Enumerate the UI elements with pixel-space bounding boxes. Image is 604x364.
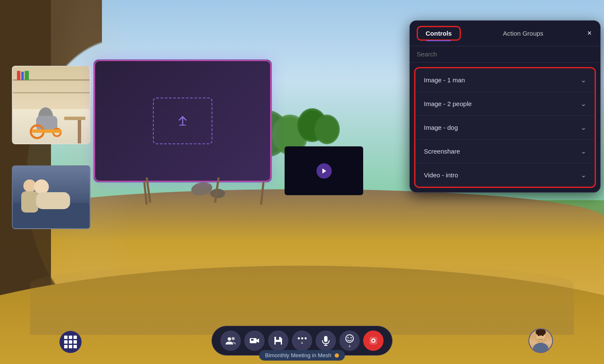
- list-item-image-dog[interactable]: Image - dog ⌄: [415, 116, 595, 140]
- dot: [69, 340, 72, 344]
- dot: [69, 336, 72, 339]
- mic-icon: [322, 336, 330, 346]
- list-item-image-1-man[interactable]: Image - 1 man ⌄: [415, 68, 595, 92]
- list-item-label-video-intro: Video - intro: [424, 171, 458, 179]
- dot: [73, 345, 77, 348]
- wheelchair-seat: [32, 129, 62, 133]
- photo-thumbnail-2: [12, 165, 90, 229]
- shelf-line-2: [13, 92, 90, 93]
- person-on-couch-2: [34, 179, 72, 218]
- photo1-interior: [13, 67, 90, 143]
- book-3: [25, 71, 29, 80]
- svg-point-13: [350, 337, 352, 338]
- apps-button[interactable]: [59, 331, 82, 353]
- dot: [64, 336, 68, 339]
- dot: [64, 345, 68, 348]
- avatar-face: [529, 329, 552, 352]
- list-item-screenshare[interactable]: Screenshare ⌄: [415, 140, 595, 163]
- dot: [64, 340, 68, 344]
- emoji-button[interactable]: ▲: [339, 330, 360, 351]
- svg-point-1: [228, 337, 231, 341]
- meeting-label-text: Bimonthly Meeting in Mesh: [265, 352, 331, 358]
- toolbar-item-camera: [244, 330, 265, 351]
- close-button[interactable]: ×: [585, 27, 593, 39]
- meeting-label: Bimonthly Meeting in Mesh: [259, 350, 345, 361]
- mic-button[interactable]: [316, 330, 336, 351]
- save-icon: [274, 336, 283, 345]
- svg-point-16: [373, 340, 375, 342]
- toolbar-item-mic: [316, 330, 336, 351]
- svg-rect-4: [251, 339, 254, 341]
- people-icon: [225, 336, 236, 345]
- upload-arrow-icon: [175, 113, 190, 129]
- svg-point-12: [347, 337, 349, 338]
- avatar-button[interactable]: [528, 328, 553, 353]
- dot: [73, 340, 77, 344]
- more-button[interactable]: ▲: [292, 330, 312, 351]
- people-button[interactable]: [220, 330, 241, 351]
- tab-controls[interactable]: Controls: [417, 26, 461, 41]
- tab-action-groups[interactable]: Action Groups: [464, 30, 582, 37]
- play-icon: [322, 168, 327, 174]
- grid-icon: [64, 336, 77, 348]
- svg-point-2: [232, 337, 235, 340]
- table-leg: [78, 118, 81, 143]
- svg-rect-24: [538, 343, 544, 353]
- share-button[interactable]: [363, 330, 384, 351]
- path-curve: [30, 262, 574, 335]
- photo2-bg: [13, 166, 90, 228]
- camera-icon: [249, 337, 260, 344]
- list-container: Image - 1 man ⌄ Image - 2 people ⌄ Image…: [414, 67, 596, 188]
- more-dots-icon: [298, 337, 307, 339]
- play-button[interactable]: [316, 163, 332, 179]
- list-item-label-image-dog: Image - dog: [424, 124, 458, 131]
- presentation-board: [93, 59, 272, 182]
- svg-point-22: [536, 329, 546, 336]
- emoji-chevron-up: ▲: [348, 344, 352, 348]
- svg-rect-7: [279, 337, 280, 339]
- svg-point-11: [346, 335, 353, 342]
- upload-placeholder: [153, 98, 212, 144]
- toolbar-item-emoji: ▲: [339, 330, 360, 351]
- photo-thumbnail-1: [12, 66, 90, 144]
- toolbar-item-save: [268, 330, 288, 351]
- book-2: [21, 72, 24, 80]
- toolbar-item-more: ▲: [292, 330, 312, 351]
- svg-rect-0: [179, 125, 186, 126]
- dot-1: [298, 337, 300, 339]
- dot: [73, 336, 77, 339]
- chevron-icon-image-1-man: ⌄: [581, 76, 586, 84]
- book-1: [17, 71, 20, 80]
- wheelchair: [30, 124, 64, 139]
- list-item-label-screenshare: Screenshare: [424, 148, 460, 155]
- chevron-icon-screenshare: ⌄: [581, 147, 586, 155]
- dot-2: [301, 337, 303, 339]
- controls-panel: Controls Action Groups × Image - 1 man ⌄…: [409, 20, 601, 193]
- list-item-label-image-2-people: Image - 2 people: [424, 100, 472, 107]
- list-item-video-intro[interactable]: Video - intro ⌄: [415, 163, 595, 187]
- svg-rect-8: [324, 336, 327, 342]
- more-chevron-up: ▲: [300, 341, 304, 344]
- share-icon: [369, 336, 378, 345]
- list-item-label-image-1-man: Image - 1 man: [424, 76, 465, 84]
- meeting-status-dot: [335, 353, 339, 358]
- dot-3: [305, 337, 307, 339]
- svg-rect-5: [276, 342, 281, 344]
- tree-7: [314, 115, 340, 144]
- chevron-icon-image-2-people: ⌄: [581, 100, 586, 108]
- search-input[interactable]: [417, 50, 593, 58]
- table-top: [64, 117, 85, 120]
- chevron-icon-video-intro: ⌄: [581, 171, 586, 179]
- dot: [69, 345, 72, 348]
- chevron-icon-image-dog: ⌄: [581, 123, 586, 132]
- search-bar: [410, 46, 600, 63]
- camera-button[interactable]: [244, 330, 265, 351]
- body-2-lying: [36, 192, 70, 209]
- avatar-svg: [530, 328, 551, 353]
- svg-point-21: [540, 337, 542, 338]
- save-button[interactable]: [268, 330, 288, 351]
- list-item-image-2-people[interactable]: Image - 2 people ⌄: [415, 92, 595, 116]
- panel-header: Controls Action Groups ×: [410, 21, 600, 46]
- video-thumbnail[interactable]: [285, 146, 363, 195]
- emoji-icon: [345, 334, 354, 343]
